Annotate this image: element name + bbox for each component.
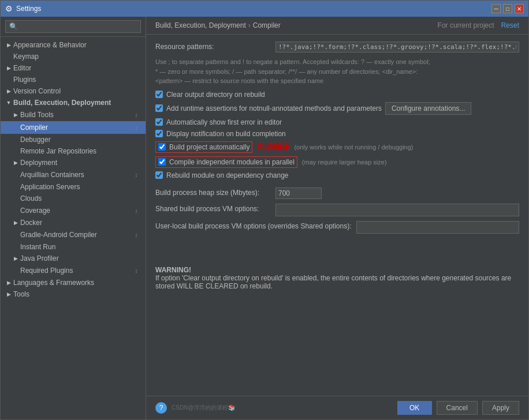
main-content: Appearance & Behavior Keymap Editor Plug… — [1, 17, 528, 419]
sidebar-item-build-tools[interactable]: Build Tools ↕ — [1, 108, 146, 121]
settings-icon: ⚙ — [5, 4, 13, 13]
sidebar-item-label: Compiler — [20, 123, 129, 132]
clear-output-row: Clear output directory on rebuild — [155, 91, 519, 99]
apply-button[interactable]: Apply — [482, 401, 519, 415]
build-automatically-highlight: Build project automatically — [155, 141, 252, 153]
sidebar-item-label: Build Tools — [20, 111, 129, 119]
runtime-assertions-label: Add runtime assertions for notnull-annot… — [166, 104, 382, 112]
arrow-icon — [5, 279, 12, 286]
compile-parallel-highlight: Compile independent modules in parallel — [155, 156, 297, 168]
sidebar-item-appearance[interactable]: Appearance & Behavior — [1, 39, 146, 51]
runtime-assertions-checkbox[interactable] — [155, 104, 163, 112]
ok-button[interactable]: OK — [397, 401, 432, 415]
rebuild-module-label: Rebuild module on dependency change — [166, 171, 289, 179]
for-project-label: For current project — [438, 21, 494, 29]
window-title: Settings — [16, 5, 491, 13]
warning-title: WARNING! — [155, 266, 191, 274]
sidebar-item-label: Gradle-Android Compiler — [20, 231, 129, 239]
sidebar-item-label: Tools — [13, 290, 141, 298]
sidebar-item-label: Instant Run — [20, 243, 141, 251]
sidebar-item-languages[interactable]: Languages & Frameworks — [1, 277, 146, 288]
sidebar-item-required-plugins[interactable]: Required Plugins ↕ — [1, 264, 146, 277]
sidebar-item-clouds[interactable]: Clouds — [1, 193, 146, 204]
resource-patterns-input[interactable] — [275, 42, 519, 52]
build-automatically-checkbox[interactable] — [158, 143, 166, 151]
sync-icon: ↕ — [132, 110, 141, 119]
resource-patterns-label: Resource patterns: — [155, 42, 271, 51]
sidebar-item-remote-jar[interactable]: Remote Jar Repositories — [1, 145, 146, 157]
rebuild-module-checkbox[interactable] — [155, 171, 163, 179]
arrow-icon — [12, 219, 19, 226]
sidebar-item-label: Languages & Frameworks — [13, 279, 141, 287]
sidebar-item-instant-run[interactable]: Instant Run — [1, 241, 146, 253]
display-notification-checkbox[interactable] — [155, 130, 163, 137]
compile-parallel-checkbox[interactable] — [158, 158, 166, 166]
rebuild-module-row: Rebuild module on dependency change — [155, 171, 519, 179]
panel-body: Resource patterns: Use ; to separate pat… — [146, 35, 528, 396]
sidebar-item-label: Application Servers — [20, 183, 141, 191]
warning-text: If option 'Clear output directory on reb… — [155, 274, 511, 290]
show-first-error-row: Automatically show first error in editor — [155, 118, 519, 126]
heap-size-row: Build process heap size (Mbytes): — [155, 187, 519, 199]
user-local-vm-row: User-local build process VM options (ove… — [155, 221, 519, 234]
arrow-icon — [5, 65, 12, 72]
sidebar-item-compiler[interactable]: Compiler ↕ — [1, 121, 146, 134]
reset-link[interactable]: Reset — [501, 21, 519, 29]
user-local-vm-input[interactable] — [356, 221, 520, 234]
clear-output-label: Clear output directory on rebuild — [166, 91, 265, 99]
sidebar-item-app-servers[interactable]: Application Servers — [1, 181, 146, 193]
sidebar-item-label: Clouds — [20, 194, 141, 202]
build-automatically-note: (only works while not running / debuggin… — [294, 144, 413, 151]
cancel-button[interactable]: Cancel — [437, 401, 478, 415]
arrow-icon — [5, 291, 12, 298]
sidebar-item-debugger[interactable]: Debugger — [1, 134, 146, 145]
search-input[interactable] — [5, 20, 141, 33]
sidebar-item-label: Editor — [13, 64, 141, 72]
compile-parallel-row: Compile independent modules in parallel … — [155, 156, 519, 168]
arrow-icon — [5, 99, 12, 106]
compile-parallel-note: (may require larger heap size) — [302, 159, 387, 166]
build-automatically-row: Build project automatically 自动编译 (only w… — [155, 141, 519, 153]
sidebar-item-label: Java Profiler — [20, 254, 141, 262]
sidebar-item-arquillian[interactable]: Arquillian Containers ↕ — [1, 168, 146, 181]
sidebar-item-label: Build, Execution, Deployment — [13, 99, 141, 107]
clear-output-checkbox[interactable] — [155, 91, 163, 98]
help-button[interactable]: ? — [155, 402, 167, 414]
sidebar-item-docker[interactable]: Docker — [1, 217, 146, 228]
sidebar-item-deployment[interactable]: Deployment — [1, 157, 146, 168]
breadcrumb-separator: › — [248, 21, 251, 29]
maximize-button[interactable]: □ — [503, 4, 512, 13]
sidebar-item-version-control[interactable]: Version Control — [1, 85, 146, 97]
panel-header: Build, Execution, Deployment › Compiler … — [146, 17, 528, 35]
watermark: CSDN@浮浮的的课程📚 — [172, 404, 236, 412]
panel-meta: For current project Reset — [438, 21, 519, 29]
compile-parallel-label: Compile independent modules in parallel — [169, 158, 295, 166]
sidebar-item-gradle-android[interactable]: Gradle-Android Compiler ↕ — [1, 228, 146, 241]
show-first-error-checkbox[interactable] — [155, 118, 163, 126]
window-controls: ─ □ ✕ — [491, 4, 524, 13]
configure-annotations-button[interactable]: Configure annotations... — [385, 102, 471, 115]
sidebar-item-editor[interactable]: Editor — [1, 62, 146, 74]
sync-icon: ↕ — [132, 123, 141, 132]
sidebar-item-coverage[interactable]: Coverage ↕ — [1, 204, 146, 217]
nav-tree: Appearance & Behavior Keymap Editor Plug… — [1, 37, 146, 419]
sidebar-item-label: Plugins — [13, 76, 141, 84]
close-button[interactable]: ✕ — [515, 4, 524, 13]
sync-icon: ↕ — [132, 170, 141, 179]
right-panel: Build, Execution, Deployment › Compiler … — [146, 17, 528, 419]
sidebar-item-keymap[interactable]: Keymap — [1, 51, 146, 62]
breadcrumb-parent: Build, Execution, Deployment — [155, 21, 246, 29]
shared-vm-input[interactable] — [275, 204, 519, 216]
sidebar-item-plugins[interactable]: Plugins — [1, 74, 146, 85]
sidebar-item-label: Remote Jar Repositories — [20, 147, 141, 155]
sidebar-item-tools[interactable]: Tools — [1, 288, 146, 300]
heap-size-input[interactable] — [275, 187, 322, 199]
minimize-button[interactable]: ─ — [491, 4, 501, 13]
breadcrumb-current: Compiler — [253, 21, 281, 29]
sidebar-item-label: Docker — [20, 219, 141, 227]
settings-window: ⚙ Settings ─ □ ✕ Appearance & Behavior — [0, 0, 529, 420]
sidebar-item-java-profiler[interactable]: Java Profiler — [1, 253, 146, 264]
build-automatically-label: Build project automatically — [169, 143, 249, 151]
sidebar-item-label: Appearance & Behavior — [13, 41, 141, 49]
sidebar-item-build-exec[interactable]: Build, Execution, Deployment — [1, 97, 146, 108]
